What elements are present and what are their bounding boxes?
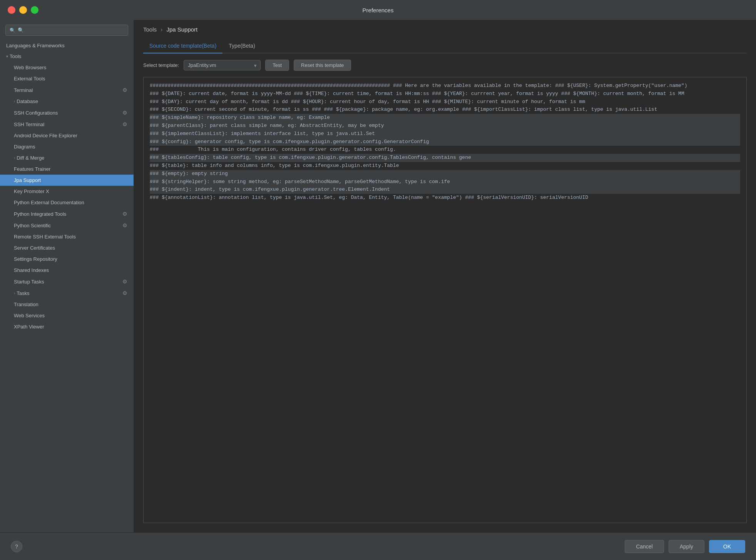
- sidebar-item-label: XPath Viewer: [14, 324, 44, 330]
- sidebar-item-label: Diagrams: [14, 144, 35, 150]
- sidebar-item-label: Server Certificates: [14, 245, 55, 251]
- gear-icon: ⚙: [122, 278, 127, 285]
- template-select[interactable]: JpaEntity.vm JpaRepository.vm JpaService…: [184, 60, 261, 70]
- sidebar-item-label: SSH Configurations: [14, 110, 58, 116]
- breadcrumb-current: Jpa Support: [166, 26, 197, 33]
- template-select-wrapper[interactable]: JpaEntity.vm JpaRepository.vm JpaService…: [184, 60, 261, 70]
- sidebar-item-web-services[interactable]: Web Services: [0, 310, 134, 321]
- chevron-right-icon: ›: [14, 156, 15, 160]
- editor-line: ### ${simpleName}: repository class simp…: [150, 114, 740, 122]
- sidebar-item-label: Database: [17, 98, 38, 104]
- sidebar-item-diff-merge[interactable]: › Diff & Merge: [0, 152, 134, 163]
- window-title: Preferences: [363, 7, 394, 13]
- sidebar-item-label: Terminal: [14, 87, 33, 93]
- editor-line: ### ${USER}: System.getProperty("user.na…: [555, 83, 687, 88]
- sidebar-item-external-tools[interactable]: External Tools: [0, 73, 134, 84]
- sidebar-item-python-external-doc[interactable]: Python External Documentation: [0, 197, 134, 208]
- sidebar-item-label: Remote SSH External Tools: [14, 234, 76, 240]
- sidebar-item-label: Android Device File Explorer: [14, 133, 77, 138]
- gear-icon: ⚙: [122, 110, 127, 116]
- sidebar-item-label: External Tools: [14, 76, 45, 82]
- sidebar-item-label: Python Scientific: [14, 223, 51, 228]
- chevron-right-icon: ›: [14, 99, 15, 103]
- search-input[interactable]: [18, 27, 124, 33]
- sidebar-item-diagrams[interactable]: Diagrams: [0, 141, 134, 152]
- editor-line: ###: [312, 107, 321, 112]
- sidebar-item-jpa-support[interactable]: Jpa Support: [0, 175, 134, 186]
- sidebar-item-remote-ssh[interactable]: Remote SSH External Tools: [0, 231, 134, 242]
- sidebar-item-shared-indexes[interactable]: Shared Indexes: [0, 265, 134, 276]
- main-layout: 🔍 Languages & Frameworks ▾ Tools Web Bro…: [0, 20, 756, 532]
- sidebar-item-label: Jpa Support: [14, 177, 41, 183]
- minimize-button[interactable]: [19, 6, 27, 14]
- apply-button[interactable]: Apply: [669, 540, 704, 553]
- sidebar-item-label: Python Integrated Tools: [14, 211, 66, 217]
- gear-icon: ⚙: [122, 211, 127, 217]
- sidebar-item-ssh-configurations[interactable]: SSH Configurations ⚙: [0, 107, 134, 118]
- bottom-bar: ? Cancel Apply OK: [0, 532, 756, 560]
- gear-icon: ⚙: [122, 222, 127, 228]
- help-button[interactable]: ?: [11, 541, 22, 552]
- sidebar-item-xpath-viewer[interactable]: XPath Viewer: [0, 321, 134, 332]
- sidebar-item-label: Diff & Merge: [17, 155, 44, 161]
- sidebar: 🔍 Languages & Frameworks ▾ Tools Web Bro…: [0, 20, 134, 532]
- search-icon: 🔍: [10, 28, 15, 33]
- sidebar-item-python-integrated-tools[interactable]: Python Integrated Tools ⚙: [0, 208, 134, 220]
- sidebar-item-label: Features Trainer: [14, 166, 50, 172]
- sidebar-item-key-promoter-x[interactable]: Key Promoter X: [0, 186, 134, 197]
- sidebar-content: Languages & Frameworks ▾ Tools Web Brows…: [0, 40, 134, 532]
- sidebar-item-label: Web Browsers: [14, 65, 46, 70]
- close-button[interactable]: [8, 6, 15, 14]
- sidebar-item-terminal[interactable]: Terminal ⚙: [0, 84, 134, 96]
- editor-line: ### ${tablesConfig}: table config, type …: [150, 154, 740, 162]
- tabs: Source code template(Beta) Type(Beta): [143, 39, 747, 53]
- content-area: Tools › Jpa Support Source code template…: [134, 20, 756, 532]
- cancel-button[interactable]: Cancel: [625, 540, 664, 553]
- sidebar-item-tools[interactable]: ▾ Tools: [0, 51, 134, 62]
- editor-line: ### ${DATE}: current date, format is yyy…: [150, 91, 291, 97]
- template-label: Select template:: [143, 62, 179, 68]
- ok-button[interactable]: OK: [709, 540, 745, 553]
- editor-line: ########################################…: [150, 83, 390, 88]
- editor-line: ### ${parentClass}: parent class simple …: [150, 122, 740, 130]
- window-controls[interactable]: [8, 6, 38, 14]
- search-box[interactable]: 🔍: [5, 25, 128, 36]
- titlebar: Preferences: [0, 0, 756, 20]
- sidebar-item-translation[interactable]: Translation: [0, 299, 134, 310]
- sidebar-item-features-trainer[interactable]: Features Trainer: [0, 163, 134, 175]
- sidebar-item-server-certificates[interactable]: Server Certificates: [0, 242, 134, 253]
- test-button[interactable]: Test: [265, 60, 289, 71]
- editor-line: ### ${stringHelper}: some string method,…: [150, 178, 740, 186]
- template-editor[interactable]: ########################################…: [143, 77, 747, 523]
- reset-template-button[interactable]: Reset this template: [294, 60, 351, 71]
- sidebar-item-android-device[interactable]: Android Device File Explorer: [0, 130, 134, 141]
- gear-icon: ⚙: [122, 121, 127, 127]
- maximize-button[interactable]: [31, 6, 38, 14]
- chevron-right-icon: ›: [14, 291, 15, 295]
- breadcrumb: Tools › Jpa Support: [143, 26, 747, 33]
- editor-line: ### ${implementClassList}: implements in…: [150, 130, 740, 138]
- sidebar-item-web-browsers[interactable]: Web Browsers: [0, 62, 134, 73]
- sidebar-item-tasks[interactable]: › Tasks ⚙: [0, 287, 134, 299]
- editor-line: ### ${MINUTE}: current minute of hour, f…: [432, 99, 585, 105]
- sidebar-item-ssh-terminal[interactable]: SSH Terminal ⚙: [0, 118, 134, 130]
- editor-line: ### ${package}: package name, eg: org.ex…: [324, 107, 459, 112]
- gear-icon: ⚙: [122, 87, 127, 93]
- sidebar-item-database[interactable]: › Database: [0, 96, 134, 107]
- sidebar-item-label: Shared Indexes: [14, 267, 49, 273]
- chevron-down-icon: ▾: [6, 54, 8, 58]
- tab-type-beta[interactable]: Type(Beta): [222, 40, 261, 53]
- editor-line: ### Here are the variables available in …: [393, 83, 552, 88]
- sidebar-item-settings-repository[interactable]: Settings Repository: [0, 253, 134, 265]
- editor-line: ### ${importClassList}: import class lis…: [462, 107, 657, 112]
- sidebar-item-startup-tasks[interactable]: Startup Tasks ⚙: [0, 276, 134, 287]
- tab-source-code[interactable]: Source code template(Beta): [143, 40, 222, 53]
- sidebar-section-languages: Languages & Frameworks: [0, 40, 134, 51]
- sidebar-item-python-scientific[interactable]: Python Scientific ⚙: [0, 220, 134, 231]
- editor-line: ### ${config}: generator config, type is…: [150, 138, 740, 146]
- breadcrumb-separator: ›: [161, 26, 162, 33]
- editor-line: ### ${MONTH}: current month, format is M…: [561, 91, 684, 97]
- editor-line: ### ${table}: table info and columns inf…: [150, 163, 399, 168]
- sidebar-item-tools-label: Tools: [10, 53, 21, 59]
- sidebar-item-label: Web Services: [14, 313, 45, 318]
